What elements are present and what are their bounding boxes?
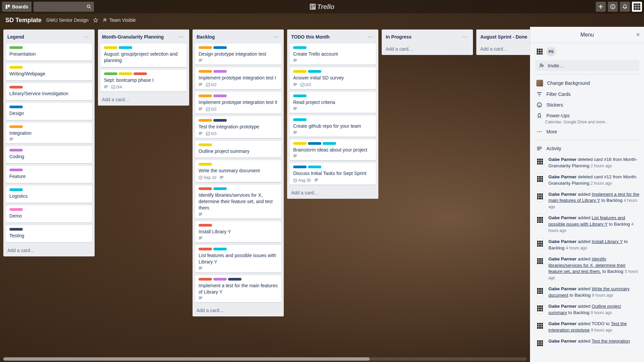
activity-avatar[interactable] <box>535 286 545 296</box>
activity-avatar[interactable] <box>535 215 545 225</box>
label-yellow <box>293 142 307 145</box>
avatar-icon <box>634 3 640 10</box>
notifications-button[interactable] <box>620 2 630 12</box>
clock-icon <box>293 178 297 182</box>
list-menu-button[interactable]: ⋯ <box>461 33 469 41</box>
card-title: Answer initial SD survey <box>293 75 372 81</box>
list-title[interactable]: Legend <box>7 34 83 40</box>
card[interactable]: Demo <box>6 205 92 223</box>
add-card-button[interactable]: Add a card… <box>476 44 530 55</box>
stickers-button[interactable]: Stickers <box>535 100 639 110</box>
menu-title: Menu <box>580 32 594 38</box>
add-card-button[interactable]: Add a card… <box>3 245 95 256</box>
card[interactable]: Brainstorm ideas about your project <box>290 139 376 161</box>
board-title[interactable]: SD Template <box>5 17 42 24</box>
member-badge[interactable]: PS <box>546 47 556 56</box>
card[interactable]: Identify libraries/services for X, deter… <box>195 185 281 219</box>
visibility-button[interactable]: Team Visible <box>103 17 136 23</box>
add-button[interactable] <box>596 2 606 12</box>
card[interactable]: Install Library Y <box>195 221 281 242</box>
list-menu-button[interactable]: ⋯ <box>177 33 185 41</box>
card[interactable]: Implement prototype integration test I0/… <box>195 67 281 89</box>
card[interactable]: Implement a test for the main features o… <box>195 275 281 303</box>
invite-button[interactable]: Invite… <box>535 60 639 71</box>
activity-item: Gabe Parmer added Implement a test for t… <box>535 189 639 213</box>
board-subtitle[interactable]: GWU Senior Design <box>46 17 89 23</box>
card[interactable]: Writing/Webpage <box>6 63 92 80</box>
activity-avatar[interactable] <box>535 239 545 249</box>
add-card-button[interactable]: Add a card… <box>193 305 284 316</box>
member-avatar[interactable] <box>535 47 544 56</box>
card[interactable]: Write the summary documentSep 10 <box>195 160 281 182</box>
activity-item: Gabe Parmer added Write the summary docu… <box>535 284 639 301</box>
boards-button[interactable]: Boards <box>2 2 32 12</box>
add-card-button[interactable]: Add a card… <box>382 44 473 55</box>
card[interactable]: Design <box>6 103 92 120</box>
label-orange <box>9 125 23 128</box>
activity-avatar[interactable] <box>535 338 545 348</box>
list-title[interactable]: TODO this Month <box>291 34 366 40</box>
add-card-button[interactable]: Add a card… <box>98 94 189 106</box>
filter-cards-button[interactable]: Filter Cards <box>535 89 639 100</box>
card[interactable]: Implement prototype integration test II0… <box>195 92 281 114</box>
activity-link[interactable]: Test the integration <box>592 339 630 344</box>
star-button[interactable] <box>93 18 98 22</box>
card[interactable]: Feature <box>6 166 92 183</box>
list-menu-button[interactable]: ⋯ <box>366 33 374 41</box>
search-input[interactable] <box>34 2 94 12</box>
card[interactable]: Integration <box>6 123 92 144</box>
menu-panel: Menu × PS Invite… Change Background Filt… <box>530 27 644 362</box>
card[interactable]: Outline project summary <box>195 141 281 158</box>
activity-link[interactable]: Install Library Y <box>592 239 623 244</box>
team-icon <box>103 18 107 22</box>
checklist-icon <box>206 132 210 136</box>
card[interactable]: List features and possible issues with L… <box>195 245 281 273</box>
card[interactable]: Sept: bootcamp phase I0/4 <box>101 70 186 92</box>
user-avatar[interactable] <box>632 2 642 12</box>
trello-logo[interactable]: Trello <box>310 3 334 11</box>
svg-rect-4 <box>310 4 316 10</box>
activity-avatar[interactable] <box>535 303 545 313</box>
description-icon <box>314 178 318 182</box>
card-title: Install Library Y <box>199 229 278 235</box>
more-button[interactable]: More <box>535 126 639 137</box>
svg-rect-9 <box>612 6 613 8</box>
activity-avatar[interactable] <box>535 157 545 167</box>
card[interactable]: Test the integration prototype0/3 <box>195 116 281 138</box>
menu-close-button[interactable]: × <box>636 31 640 39</box>
card-title: Read project criteria <box>293 99 372 106</box>
card[interactable]: Discuss Initial Tasks for Sept SprintAug… <box>290 163 376 185</box>
card[interactable]: Testing <box>6 225 92 242</box>
card-badges: Aug 30 <box>293 178 372 183</box>
list-title[interactable]: In Progress <box>386 34 461 40</box>
info-button[interactable] <box>608 2 618 12</box>
horizontal-scrollbar[interactable] <box>3 357 527 361</box>
activity-avatar[interactable] <box>535 191 545 201</box>
card[interactable]: Create Trello account <box>290 44 376 65</box>
label-sky <box>323 142 336 145</box>
card[interactable]: Answer initial SD survey0/3 <box>290 67 376 89</box>
list-menu-button[interactable]: ⋯ <box>83 33 91 41</box>
card[interactable]: Logistics <box>6 186 92 203</box>
card[interactable]: August: group/project selection and plan… <box>101 44 186 67</box>
label-purple <box>213 278 227 281</box>
description-badge <box>199 266 203 270</box>
card[interactable]: Library/Service Investigation <box>6 83 92 100</box>
card[interactable]: Presentation <box>6 44 92 61</box>
card[interactable]: Create github repo for your team <box>290 116 376 137</box>
card[interactable]: Design prototype integration test <box>195 44 281 65</box>
list-title[interactable]: Month-Granularity Planning <box>102 34 177 40</box>
card[interactable]: Read project criteria <box>290 92 376 113</box>
activity-avatar[interactable] <box>535 174 545 184</box>
activity-avatar[interactable] <box>535 321 545 331</box>
checklist-badge: 0/2 <box>206 82 217 87</box>
card[interactable]: Coding <box>6 146 92 163</box>
list-title[interactable]: August Sprint - Done <box>480 34 530 40</box>
activity-avatar[interactable] <box>535 256 545 266</box>
board-header: SD Template GWU Senior Design Team Visib… <box>0 13 644 27</box>
add-card-button[interactable]: Add a card… <box>287 187 378 199</box>
list-menu-button[interactable]: ⋯ <box>272 33 280 41</box>
change-background-button[interactable]: Change Background <box>535 77 639 89</box>
list-title[interactable]: Backlog <box>197 34 272 40</box>
scrollbar-thumb[interactable] <box>3 357 370 361</box>
